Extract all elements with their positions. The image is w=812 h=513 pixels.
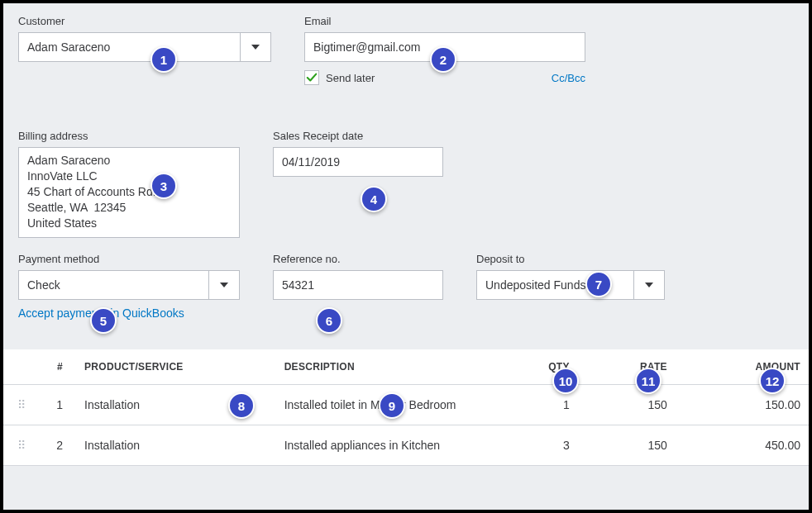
- deposit-label: Deposit to: [476, 253, 665, 265]
- chevron-down-icon: [251, 45, 260, 50]
- row-amount[interactable]: 150.00: [676, 385, 809, 425]
- table-row[interactable]: ⠿2InstallationInstalled appliances in Ki…: [3, 425, 809, 466]
- row-index: 1: [41, 385, 76, 425]
- email-label: Email: [304, 15, 585, 27]
- line-items-table: # PRODUCT/SERVICE DESCRIPTION QTY RATE A…: [3, 349, 809, 466]
- customer-input[interactable]: [18, 32, 240, 62]
- row-product[interactable]: Installation: [76, 425, 276, 466]
- col-rate: RATE: [578, 349, 676, 385]
- deposit-group: Deposit to: [476, 253, 665, 320]
- row-rate[interactable]: 150: [578, 385, 676, 425]
- deposit-dropdown-toggle[interactable]: [633, 270, 665, 300]
- date-label: Sales Receipt date: [273, 130, 443, 142]
- customer-label: Customer: [18, 15, 271, 27]
- chevron-down-icon: [645, 283, 653, 287]
- col-product: PRODUCT/SERVICE: [76, 349, 276, 385]
- row-description[interactable]: Installed toilet in Master Bedroom: [276, 385, 507, 425]
- email-field-group: Email Send later Cc/Bcc: [304, 15, 585, 85]
- billing-label: Billing address: [18, 130, 240, 142]
- send-later-label: Send later: [326, 72, 375, 84]
- sales-receipt-form: Customer Email Send later: [0, 0, 812, 513]
- customer-field-group: Customer: [18, 15, 271, 85]
- payment-method-input[interactable]: [18, 270, 208, 300]
- row-product[interactable]: Installation: [76, 385, 276, 425]
- billing-field-group: Billing address: [18, 130, 240, 238]
- reference-input[interactable]: [273, 270, 443, 300]
- drag-handle-cell[interactable]: ⠿: [3, 425, 41, 466]
- col-index: #: [41, 349, 76, 385]
- date-field-group: Sales Receipt date: [273, 130, 443, 238]
- payment-method-dropdown-toggle[interactable]: [208, 270, 240, 300]
- row-qty[interactable]: 3: [507, 425, 578, 466]
- payment-method-label: Payment method: [18, 253, 240, 265]
- deposit-to-input[interactable]: [476, 270, 633, 300]
- col-qty: QTY: [507, 349, 578, 385]
- drag-handle-icon: ⠿: [17, 398, 26, 411]
- reference-label: Reference no.: [273, 253, 443, 265]
- col-description: DESCRIPTION: [276, 349, 507, 385]
- row-description[interactable]: Installed appliances in Kitchen: [276, 425, 507, 466]
- check-icon: [306, 72, 318, 83]
- accept-payments-link[interactable]: Accept payments in QuickBooks: [18, 306, 240, 320]
- drag-handle-icon: ⠿: [17, 439, 26, 452]
- ccbcc-link[interactable]: Cc/Bcc: [552, 72, 585, 84]
- row-amount[interactable]: 450.00: [676, 425, 809, 466]
- sales-receipt-date-input[interactable]: [273, 147, 443, 177]
- col-amount: AMOUNT: [676, 349, 809, 385]
- chevron-down-icon: [220, 283, 228, 287]
- customer-dropdown-toggle[interactable]: [240, 32, 271, 62]
- col-drag: [3, 349, 41, 385]
- billing-address-textarea[interactable]: [18, 147, 240, 238]
- reference-group: Reference no.: [273, 253, 443, 320]
- row-qty[interactable]: 1: [507, 385, 578, 425]
- send-later-checkbox[interactable]: [304, 70, 319, 85]
- email-input[interactable]: [304, 32, 585, 62]
- table-row[interactable]: ⠿1InstallationInstalled toilet in Master…: [3, 385, 809, 425]
- row-rate[interactable]: 150: [578, 425, 676, 466]
- row-index: 2: [41, 425, 76, 466]
- payment-method-group: Payment method Accept payments in QuickB…: [18, 253, 240, 320]
- drag-handle-cell[interactable]: ⠿: [3, 385, 41, 425]
